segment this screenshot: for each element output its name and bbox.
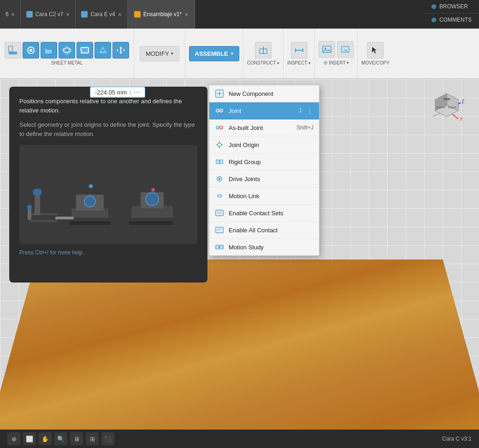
- menu-item-motion-study[interactable]: Motion Study: [209, 239, 319, 255]
- joint-shortcut: J: [299, 107, 302, 114]
- assemble-btn[interactable]: ASSEMBLE ▾: [189, 46, 239, 61]
- browser-panel-btn[interactable]: ⊕ BROWSER: [424, 0, 479, 13]
- inspect-label: INSPECT ▾: [287, 60, 311, 65]
- svg-rect-69: [216, 210, 223, 216]
- tab-6-close[interactable]: ✕: [11, 12, 15, 17]
- insert-section: ⊕ INSERT ▾: [315, 29, 358, 78]
- menu-item-joint[interactable]: Joint J ⋮: [209, 102, 319, 119]
- svg-point-23: [33, 189, 42, 196]
- modify-label: MODIFY: [146, 50, 169, 57]
- tab-cara-e-close[interactable]: ✕: [118, 12, 122, 17]
- svg-rect-9: [83, 49, 87, 52]
- status-icon-search[interactable]: 🔍: [54, 432, 67, 445]
- svg-rect-19: [342, 47, 349, 52]
- inspect-measure-icon: [294, 45, 304, 55]
- sheet-metal-section: SHEET METAL: [0, 29, 134, 78]
- menu-item-new-component[interactable]: New Component: [209, 85, 319, 102]
- extrude-btn[interactable]: [41, 42, 57, 59]
- rigid-group-icon: [215, 157, 224, 166]
- menu-item-enable-all-contact[interactable]: Enable All Contact: [209, 222, 319, 239]
- menu-item-joint-origin[interactable]: Joint Origin: [209, 136, 319, 153]
- measurement-expand-icon[interactable]: ↕: [129, 88, 132, 96]
- tab-cara-e[interactable]: Cara E v4 ✕: [76, 0, 127, 29]
- menu-item-drive-joints[interactable]: Drive Joints: [209, 171, 319, 188]
- svg-point-27: [84, 196, 95, 207]
- svg-point-3: [30, 49, 32, 52]
- move-copy-label: MOVE/COPY: [361, 60, 390, 65]
- extrude-icon: [44, 45, 54, 55]
- assemble-section: ASSEMBLE ▾: [185, 29, 243, 78]
- status-icon-grid[interactable]: ⊞: [86, 432, 99, 445]
- insert-btn1[interactable]: [319, 41, 335, 58]
- tab-6-label: 6: [6, 11, 9, 18]
- svg-rect-33: [55, 217, 74, 219]
- new-component-label: New Component: [229, 90, 273, 97]
- shell-btn[interactable]: [77, 42, 93, 59]
- svg-point-7: [65, 46, 69, 54]
- move-copy-btn[interactable]: [367, 42, 384, 59]
- sheet-metal-label: SHEET METAL: [51, 60, 83, 65]
- tooltip-panel: Positions components relative to one ano…: [9, 87, 207, 283]
- joint-icon: [215, 106, 224, 115]
- loft-btn[interactable]: [95, 42, 111, 59]
- new-component-icon: [215, 89, 224, 98]
- cursor-icon: [370, 45, 380, 55]
- rigid-group-label: Rigid Group: [229, 159, 260, 165]
- assemble-caret-icon: ▾: [231, 51, 233, 56]
- menu-item-motion-link[interactable]: Motion Link: [209, 188, 319, 205]
- menu-item-enable-contact-sets[interactable]: Enable Contact Sets: [209, 205, 319, 222]
- tab-cara-c2-icon: [26, 11, 33, 18]
- tooltip-footer: Press Ctrl+/ for more help.: [19, 249, 197, 256]
- status-icon-cube[interactable]: ⬜: [23, 432, 36, 445]
- svg-point-31: [146, 193, 159, 206]
- browser-plus-icon: ⊕: [431, 3, 437, 10]
- modify-section: MODIFY ▾: [134, 29, 185, 78]
- svg-point-6: [63, 48, 71, 53]
- tab-cara-c2-close[interactable]: ✕: [66, 12, 70, 17]
- svg-rect-72: [216, 227, 223, 233]
- insert-btn2[interactable]: [337, 41, 354, 58]
- component-btn[interactable]: [23, 42, 39, 59]
- insert-label: ⊕ INSERT ▾: [323, 59, 349, 66]
- svg-point-54: [216, 109, 219, 112]
- menu-item-rigid-group[interactable]: Rigid Group: [209, 153, 319, 171]
- wood-floor: [0, 259, 479, 430]
- svg-point-55: [220, 109, 223, 112]
- create-sketch-btn[interactable]: [5, 42, 21, 59]
- assemble-label: ASSEMBLE: [195, 50, 228, 57]
- svg-rect-0: [9, 52, 17, 54]
- construct-icon1[interactable]: [255, 42, 272, 59]
- tab-cara-e-label: Cara E v4: [90, 11, 115, 18]
- status-icon-pan[interactable]: ✋: [39, 432, 52, 445]
- tab-6[interactable]: 6 ✕: [0, 0, 21, 29]
- status-bar: ⊕ ⬜ ✋ 🔍 🖥 ⊞ ⬛ Cara C v3:1: [0, 430, 479, 448]
- svg-point-38: [89, 184, 93, 188]
- tab-ensamblaje-close[interactable]: ✕: [184, 12, 188, 17]
- menu-item-as-built-joint[interactable]: As-built Joint Shift+J: [209, 119, 319, 136]
- insert-plus-icon: ⊕: [323, 59, 328, 66]
- mech-illustration: [19, 145, 197, 244]
- inspect-btn[interactable]: [291, 42, 308, 59]
- modify-btn[interactable]: MODIFY ▾: [140, 46, 179, 61]
- tab-cara-e-icon: [81, 11, 88, 18]
- status-icon-expand[interactable]: ⬛: [101, 432, 114, 445]
- measurement-display: -224.05 mm ↕ ⋯: [90, 87, 145, 98]
- viewcube[interactable]: Z X TOP RIGHT FRONT: [424, 87, 470, 133]
- tab-cara-c2[interactable]: Cara C2 v7 ✕: [21, 0, 76, 29]
- tab-ensamblaje[interactable]: Ensamblaje v1* ✕: [128, 0, 195, 29]
- svg-text:X: X: [460, 117, 463, 122]
- loft-icon: [98, 45, 108, 55]
- joint-dots-icon[interactable]: ⋮: [306, 106, 313, 115]
- shell-icon: [80, 45, 90, 55]
- comments-panel-btn[interactable]: ⊕ COMMENTS: [424, 13, 479, 26]
- revolve-btn[interactable]: [59, 42, 75, 59]
- svg-rect-65: [216, 160, 219, 164]
- move-btn[interactable]: [112, 42, 129, 59]
- status-icon-pointer[interactable]: ⊕: [7, 432, 20, 445]
- enable-contact-sets-icon: [215, 208, 224, 218]
- motion-link-label: Motion Link: [229, 193, 259, 200]
- svg-point-60: [218, 143, 221, 147]
- status-icon-display[interactable]: 🖥: [70, 432, 83, 445]
- measurement-settings-icon[interactable]: ⋯: [134, 88, 140, 96]
- insert-canvas-icon: [340, 44, 350, 54]
